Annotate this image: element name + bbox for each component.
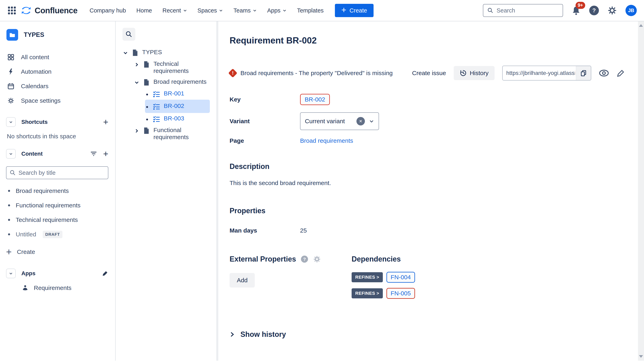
filter-content-button[interactable] — [90, 151, 97, 157]
requirement-url-input[interactable] — [503, 66, 576, 80]
space-name: TYPES — [24, 31, 44, 38]
tree-search-button[interactable] — [122, 28, 135, 41]
bullet-icon — [8, 219, 10, 221]
nav-spaces[interactable]: Spaces — [198, 7, 223, 14]
sidebar-item-space-settings[interactable]: Space settings — [6, 94, 108, 108]
app-switcher-icon[interactable] — [6, 5, 18, 16]
tree-row-types[interactable]: TYPES — [122, 47, 211, 58]
content-item-technical-requirements[interactable]: Technical requirements — [6, 212, 108, 227]
chevron-down-icon[interactable] — [134, 80, 139, 85]
scroll-up-arrow-icon[interactable] — [639, 24, 643, 27]
content-search-input[interactable] — [6, 166, 108, 179]
person-icon — [22, 284, 28, 291]
show-history-toggle[interactable]: Show history — [230, 330, 625, 339]
requirement-detail-view: Requirement BR-002 Broad requirements - … — [218, 21, 638, 360]
global-search-box[interactable] — [483, 4, 563, 17]
properties-heading: Properties — [230, 206, 625, 215]
top-navigation: Company hub Home Recent Spaces Teams App… — [90, 7, 324, 14]
nav-apps[interactable]: Apps — [267, 7, 286, 14]
sidebar-item-all-content[interactable]: All content — [6, 50, 108, 64]
content-search — [6, 166, 108, 179]
notifications-bell-icon[interactable]: 9+ — [572, 6, 581, 15]
chevron-down-icon — [282, 8, 286, 12]
copy-url-button[interactable] — [576, 66, 591, 80]
nav-recent[interactable]: Recent — [162, 7, 187, 14]
page-link[interactable]: Broad requirements — [300, 137, 353, 144]
panel-resize-divider[interactable] — [216, 21, 218, 360]
scroll-down-arrow-icon[interactable] — [639, 355, 643, 358]
content-collapse-button[interactable] — [6, 149, 16, 159]
search-icon — [487, 8, 493, 14]
dependencies-section: Dependencies REFINES > FN-004 REFINES > … — [352, 255, 415, 304]
help-icon[interactable]: ? — [589, 6, 599, 15]
tree-row-br-001[interactable]: BR-001 — [145, 88, 211, 100]
nav-templates[interactable]: Templates — [297, 7, 324, 14]
user-avatar[interactable]: JB — [626, 5, 637, 16]
plus-icon: + — [103, 150, 108, 158]
content-item-functional-requirements[interactable]: Functional requirements — [6, 198, 108, 212]
watch-button[interactable] — [599, 69, 609, 77]
dependency-target-fn-004[interactable]: FN-004 — [386, 272, 415, 283]
chevron-down-icon — [183, 8, 187, 12]
vertical-scrollbar[interactable] — [638, 21, 644, 360]
key-field-label: Key — [230, 96, 300, 103]
top-bar-right: 9+ ? JB — [483, 4, 637, 17]
chevron-right-icon[interactable] — [134, 129, 139, 133]
add-external-property-button[interactable]: Add — [230, 273, 255, 288]
dependency-target-fn-005[interactable]: FN-005 — [386, 288, 415, 299]
space-header[interactable]: TYPES — [6, 29, 108, 41]
content-item-broad-requirements[interactable]: Broad requirements — [6, 184, 108, 198]
tree-row-br-003[interactable]: BR-003 — [145, 113, 211, 125]
settings-gear-icon[interactable] — [313, 255, 321, 263]
shortcuts-collapse-button[interactable] — [6, 117, 16, 127]
tree-row-technical-requirements[interactable]: Technical requirements — [134, 58, 211, 76]
chevron-down-icon — [219, 8, 223, 12]
apps-collapse-button[interactable] — [6, 268, 16, 278]
nav-home[interactable]: Home — [136, 7, 152, 14]
pencil-icon — [102, 270, 108, 277]
property-value: 25 — [300, 227, 625, 234]
dependency-row: REFINES > FN-005 — [352, 288, 415, 299]
chevron-right-icon[interactable] — [134, 62, 139, 67]
content-item-untitled-draft[interactable]: Untitled DRAFT — [6, 227, 108, 242]
bullet-icon — [146, 106, 148, 108]
page-tree-panel: TYPES Technical requirements Broad requi… — [116, 21, 216, 360]
apps-item-requirements[interactable]: Requirements — [6, 280, 108, 296]
edit-button[interactable] — [616, 69, 625, 77]
add-shortcut-button[interactable]: + — [103, 118, 108, 126]
global-search-input[interactable] — [496, 7, 558, 14]
content-item-label: Functional requirements — [16, 202, 80, 209]
nav-teams[interactable]: Teams — [234, 7, 256, 14]
content-list: Broad requirements Functional requiremen… — [6, 184, 108, 242]
tree-row-functional-requirements[interactable]: Functional requirements — [134, 125, 211, 142]
show-history-label: Show history — [240, 330, 286, 339]
create-issue-link[interactable]: Create issue — [412, 70, 446, 76]
tree-row-br-002-selected[interactable]: BR-002 — [145, 100, 210, 113]
page-icon — [142, 79, 150, 86]
top-bar: Confluence Company hub Home Recent Space… — [0, 0, 644, 21]
sidebar-item-automation[interactable]: Automation — [6, 64, 108, 79]
plus-icon: + — [6, 247, 12, 257]
sidebar-item-calendars[interactable]: Calendars — [6, 79, 108, 94]
settings-gear-icon[interactable] — [607, 6, 617, 15]
gear-icon — [607, 6, 617, 15]
help-circle-icon[interactable]: ? — [300, 255, 308, 263]
history-button[interactable]: History — [454, 66, 494, 80]
create-button[interactable]: + Create — [335, 4, 374, 17]
tree-row-broad-requirements[interactable]: Broad requirements — [134, 76, 211, 88]
key-value-lozenge[interactable]: BR-002 — [300, 94, 330, 105]
sidebar-item-label: All content — [21, 54, 49, 60]
relation-badge: REFINES > — [352, 272, 383, 282]
page-icon — [142, 61, 150, 68]
variant-select[interactable]: Current variant — [300, 112, 379, 130]
add-content-button[interactable]: + — [103, 150, 108, 158]
confluence-logo[interactable]: Confluence — [21, 5, 78, 16]
sidebar-create-page-button[interactable]: + Create — [6, 244, 108, 259]
page-title: Requirement BR-002 — [230, 36, 625, 46]
clear-variant-icon[interactable] — [356, 117, 365, 126]
chevron-down-icon — [9, 272, 13, 276]
chevron-down-icon[interactable] — [123, 51, 128, 55]
edit-apps-button[interactable] — [102, 270, 108, 277]
nav-company-hub[interactable]: Company hub — [90, 7, 126, 14]
validation-warning: Broad requirements - The property "Deliv… — [230, 70, 393, 76]
